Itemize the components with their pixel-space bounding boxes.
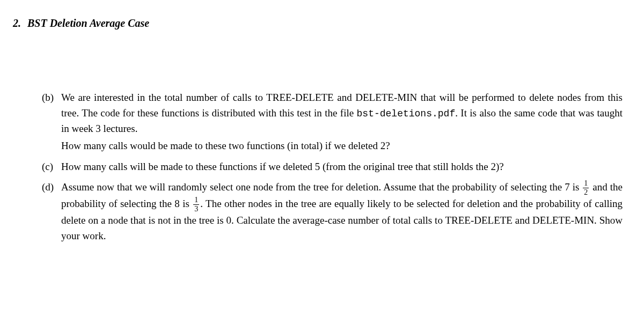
problem-header: 2. BST Deletion Average Case — [13, 15, 623, 31]
subpart-d-content: Assume now that we will randomly select … — [61, 180, 623, 246]
subpart-c-label: (c) — [42, 159, 61, 177]
subparts-container: (b) We are interested in the total numbe… — [42, 90, 623, 246]
fraction-one-half: 12 — [583, 180, 589, 196]
fraction-numerator: 1 — [193, 196, 199, 205]
fraction-denominator: 3 — [193, 205, 199, 213]
subpart-d-label: (d) — [42, 180, 61, 246]
subpart-b-label: (b) — [42, 90, 61, 156]
fraction-denominator: 2 — [583, 188, 589, 196]
subpart-c-text: How many calls will be made to these fun… — [61, 159, 623, 175]
subpart-d-text: Assume now that we will randomly select … — [61, 180, 623, 244]
subpart-b-paragraph1: We are interested in the total number of… — [61, 90, 623, 136]
problem-number: 2. — [13, 15, 25, 31]
subpart-b-content: We are interested in the total number of… — [61, 90, 623, 156]
subpart-d-prefix: Assume now that we will randomly select … — [61, 181, 582, 193]
subpart-d: (d) Assume now that we will randomly sel… — [42, 180, 623, 246]
fraction-numerator: 1 — [583, 180, 589, 188]
fraction-one-third: 13 — [193, 196, 199, 213]
subpart-b: (b) We are interested in the total numbe… — [42, 90, 623, 156]
subpart-c-content: How many calls will be made to these fun… — [61, 159, 623, 177]
code-filename: bst-deletions.pdf — [357, 108, 456, 119]
subpart-c: (c) How many calls will be made to these… — [42, 159, 623, 177]
problem-title: BST Deletion Average Case — [27, 17, 149, 29]
subpart-b-paragraph2: How many calls would be made to these tw… — [61, 138, 623, 154]
